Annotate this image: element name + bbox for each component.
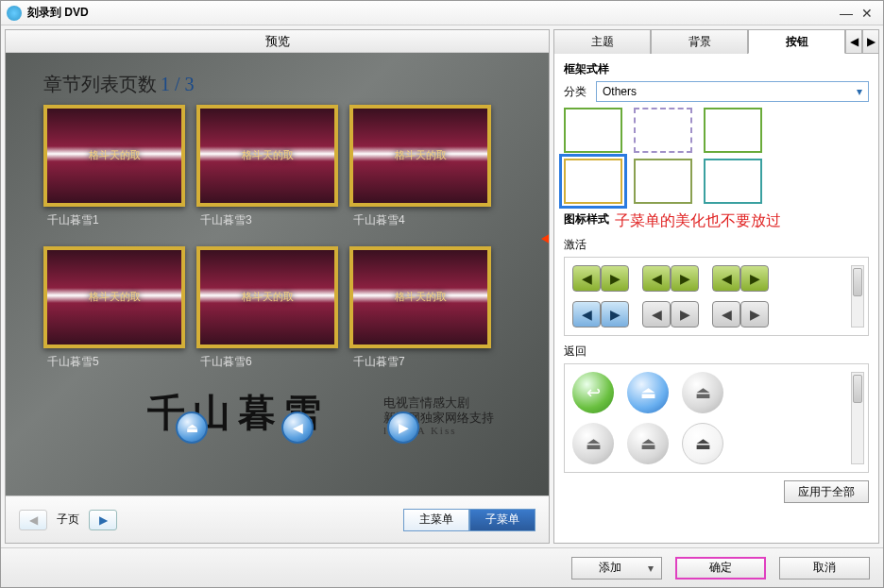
close-button[interactable]: ✕ bbox=[857, 5, 877, 22]
chapter-thumb[interactable]: 格斗天的取千山暮雪5 bbox=[43, 246, 185, 378]
scrollbar-thumb[interactable] bbox=[853, 268, 862, 296]
return-icon-option[interactable]: ↩ bbox=[572, 372, 614, 413]
frame-option-selected[interactable] bbox=[564, 159, 622, 204]
seg-sub-menu[interactable]: 子菜单 bbox=[469, 509, 536, 531]
return-icon-option[interactable]: ⏏ bbox=[627, 423, 669, 464]
frame-style-grid bbox=[564, 108, 869, 153]
category-value: Others bbox=[603, 85, 637, 98]
scrollbar[interactable] bbox=[851, 372, 864, 464]
window-title: 刻录到 DVD bbox=[27, 5, 89, 21]
return-icon-option[interactable]: ⏏ bbox=[572, 423, 614, 464]
chapter-thumb[interactable]: 格斗天的取千山暮雪1 bbox=[43, 105, 185, 237]
content-area: 预览 章节列表页数1 / 3 格斗天的取千山暮雪1 格斗天的取千山暮雪3 格斗天… bbox=[1, 25, 883, 547]
tab-background[interactable]: 背景 bbox=[651, 29, 748, 54]
chapter-thumb[interactable]: 格斗天的取千山暮雪3 bbox=[196, 105, 338, 237]
scrollbar-thumb[interactable] bbox=[853, 375, 862, 403]
app-icon bbox=[7, 6, 22, 21]
prev-icon[interactable]: ◀ bbox=[281, 412, 314, 444]
subpage-label: 子页 bbox=[57, 512, 79, 528]
annotation-text: 子菜单的美化也不要放过 bbox=[615, 211, 781, 231]
nav-icon-pair[interactable]: ◀▶ bbox=[572, 265, 629, 292]
settings-body: 框架式样 分类 Others ▾ bbox=[553, 54, 879, 544]
annotation-arrow bbox=[541, 232, 549, 245]
eject-icon[interactable]: ⏏ bbox=[176, 412, 208, 444]
nav-icon-pair[interactable]: ◀▶ bbox=[642, 301, 699, 328]
preview-toolbar: ◀ 子页 ▶ 主菜单 子菜单 bbox=[6, 496, 549, 543]
tab-scroll-right[interactable]: ▶ bbox=[862, 29, 879, 54]
preview-tab[interactable]: 预览 bbox=[6, 30, 549, 53]
scrollbar[interactable] bbox=[851, 265, 864, 328]
category-label: 分类 bbox=[564, 84, 586, 100]
chapter-thumb[interactable]: 格斗天的取千山暮雪7 bbox=[349, 246, 491, 378]
footer-bar: 添加 确定 取消 bbox=[1, 547, 883, 587]
chevron-down-icon: ▾ bbox=[857, 85, 862, 98]
preview-pane: 预览 章节列表页数1 / 3 格斗天的取千山暮雪1 格斗天的取千山暮雪3 格斗天… bbox=[5, 29, 550, 544]
chapter-heading: 章节列表页数1 / 3 bbox=[43, 72, 195, 97]
nav-icon-pair[interactable]: ◀▶ bbox=[712, 265, 769, 292]
frame-option[interactable] bbox=[704, 108, 762, 153]
seg-main-menu[interactable]: 主菜单 bbox=[403, 509, 469, 531]
icon-style-heading: 图标样式 bbox=[564, 211, 609, 227]
page-indicator: 1 / 3 bbox=[161, 74, 195, 94]
return-icon-option[interactable]: ⏏ bbox=[627, 372, 669, 413]
subpage-next-button[interactable]: ▶ bbox=[89, 510, 117, 530]
settings-tabs: 主题 背景 按钮 ◀ ▶ bbox=[553, 29, 879, 54]
activate-label: 激活 bbox=[564, 237, 869, 253]
frame-option[interactable] bbox=[564, 108, 622, 153]
app-window: 刻录到 DVD — ✕ 预览 章节列表页数1 / 3 格斗天的取千山暮雪1 格斗… bbox=[0, 0, 884, 588]
chapter-heading-text: 章节列表页数 bbox=[43, 74, 157, 94]
arrow-left-icon: ◀ bbox=[572, 301, 601, 328]
frame-option[interactable] bbox=[704, 159, 762, 204]
add-button[interactable]: 添加 bbox=[571, 557, 662, 580]
menu-segment: 主菜单 子菜单 bbox=[403, 509, 536, 531]
minimize-button[interactable]: — bbox=[836, 5, 857, 22]
preview-canvas: 章节列表页数1 / 3 格斗天的取千山暮雪1 格斗天的取千山暮雪3 格斗天的取千… bbox=[6, 53, 549, 496]
arrow-left-icon: ◀ bbox=[642, 301, 671, 328]
nav-icon-pair[interactable]: ◀▶ bbox=[572, 301, 629, 328]
apply-all-button[interactable]: 应用于全部 bbox=[784, 480, 869, 503]
arrow-left-icon: ◀ bbox=[572, 265, 601, 292]
frame-style-heading: 框架式样 bbox=[564, 61, 869, 77]
arrow-right-icon: ▶ bbox=[601, 301, 629, 328]
menu-nav-icons: ⏏ ◀ ▶ bbox=[176, 412, 419, 444]
arrow-right-icon: ▶ bbox=[601, 265, 629, 292]
return-icon-option[interactable]: ⏏ bbox=[682, 423, 723, 464]
nav-icon-pair[interactable]: ◀▶ bbox=[712, 301, 769, 328]
arrow-left-icon: ◀ bbox=[712, 265, 740, 292]
arrow-right-icon: ▶ bbox=[740, 301, 769, 328]
settings-pane: 主题 背景 按钮 ◀ ▶ 框架式样 分类 Others ▾ bbox=[553, 29, 879, 544]
tab-theme[interactable]: 主题 bbox=[553, 29, 651, 54]
return-label: 返回 bbox=[564, 344, 869, 360]
return-icon-grid: ↩ ⏏ ⏏ ⏏ ⏏ ⏏ bbox=[564, 363, 869, 473]
category-select[interactable]: Others ▾ bbox=[596, 81, 869, 102]
arrow-right-icon: ▶ bbox=[671, 265, 699, 292]
ok-button[interactable]: 确定 bbox=[675, 557, 766, 580]
activate-icon-grid: ◀▶ ◀▶ ◀▶ ◀▶ ◀▶ ◀▶ bbox=[564, 257, 869, 336]
arrow-left-icon: ◀ bbox=[642, 265, 671, 292]
arrow-right-icon: ▶ bbox=[740, 265, 769, 292]
arrow-right-icon: ▶ bbox=[671, 301, 699, 328]
chapter-thumb-grid: 格斗天的取千山暮雪1 格斗天的取千山暮雪3 格斗天的取千山暮雪4 格斗天的取千山… bbox=[43, 105, 506, 378]
tab-scroll-left[interactable]: ◀ bbox=[845, 29, 862, 54]
frame-option[interactable] bbox=[634, 159, 692, 204]
arrow-left-icon: ◀ bbox=[712, 301, 740, 328]
frame-option[interactable] bbox=[634, 108, 692, 153]
chapter-thumb[interactable]: 格斗天的取千山暮雪6 bbox=[196, 246, 338, 378]
return-icon-option[interactable]: ⏏ bbox=[682, 372, 723, 413]
titlebar: 刻录到 DVD — ✕ bbox=[1, 1, 883, 25]
tab-button[interactable]: 按钮 bbox=[748, 29, 845, 54]
nav-icon-pair[interactable]: ◀▶ bbox=[642, 265, 699, 292]
next-icon[interactable]: ▶ bbox=[387, 412, 419, 444]
subpage-prev-button[interactable]: ◀ bbox=[19, 510, 47, 530]
cancel-button[interactable]: 取消 bbox=[779, 557, 870, 580]
chapter-thumb[interactable]: 格斗天的取千山暮雪4 bbox=[349, 105, 491, 237]
